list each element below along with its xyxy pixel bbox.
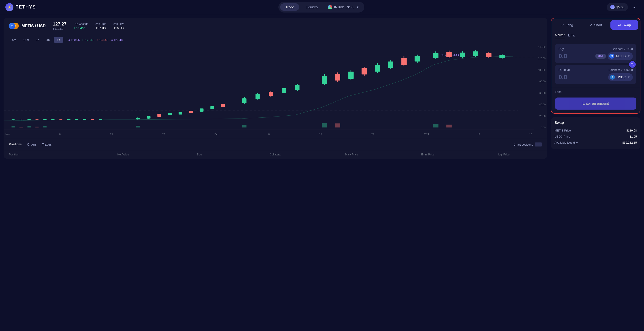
enter-amount-button[interactable]: Enter an amount <box>555 97 636 110</box>
logo-icon: ⚡ <box>5 3 14 11</box>
svg-rect-19 <box>59 119 62 120</box>
th-collateral: Collateral <box>238 153 314 156</box>
balance-icon <box>610 5 615 9</box>
date-8-2: 8 <box>268 133 270 136</box>
pay-amount[interactable]: 0.0 <box>558 52 567 60</box>
receive-token-name: USDC <box>617 75 626 79</box>
tab-orders[interactable]: Orders <box>27 142 37 147</box>
trade-type-bar: ↗ Long ↙ Short ⇄ Swap <box>551 18 640 31</box>
more-menu-button[interactable]: ⋯ <box>630 3 639 11</box>
nav-trade-button[interactable]: Trade <box>280 3 300 11</box>
svg-rect-79 <box>136 126 140 127</box>
swap-info-title: Swap <box>554 121 637 125</box>
timeframe-bar: 5m 15m 1h 4h 1d O 120.06 H 123.48 L 123.… <box>4 34 547 45</box>
date-22-1: 22 <box>162 133 165 136</box>
pay-max-button[interactable]: MAX <box>596 54 606 59</box>
tf-1d[interactable]: 1d <box>54 37 63 43</box>
price-sub: $119.68 <box>53 27 66 30</box>
date-15-2: 15 <box>319 133 322 136</box>
order-type-bar: Market Limit <box>551 31 640 41</box>
tab-positions[interactable]: Positions <box>9 142 22 147</box>
wallet-icon <box>328 5 332 9</box>
tf-5m[interactable]: 5m <box>9 37 19 43</box>
price-main: 127.27 <box>53 21 66 27</box>
pay-balance: Balance: 7.1400 <box>612 47 633 50</box>
ohlc-info: O 120.06 H 123.48 L 123.48 C 123.48 <box>68 38 122 42</box>
pay-token-row: MAX M METIS ▼ <box>596 52 633 60</box>
metis-price-label: METIS Price <box>554 129 571 132</box>
receive-label-row: Receive Balance: 714.0000 <box>558 68 633 71</box>
market-button[interactable]: Market <box>555 32 564 38</box>
svg-rect-18 <box>51 119 54 120</box>
pair-info: M $ METIS / USD <box>9 23 46 29</box>
svg-rect-36 <box>221 104 225 107</box>
svg-rect-31 <box>168 113 172 115</box>
usdc-token-icon: $ <box>610 75 615 80</box>
trade-panel: ↗ Long ↙ Short ⇄ Swap Market Limit <box>551 18 640 114</box>
short-label: Short <box>594 23 602 27</box>
svg-rect-17 <box>44 119 46 120</box>
change-label: 24h Change <box>74 22 88 25</box>
price-label-40: 40.00 <box>534 103 547 106</box>
svg-rect-21 <box>75 119 78 120</box>
receive-input-row: 0.0 $ USDC ▼ <box>558 73 633 81</box>
pay-token-name: METIS <box>616 54 626 58</box>
tab-trades[interactable]: Trades <box>42 142 52 147</box>
change-value: +6.94% <box>74 26 88 30</box>
chart-positions-label: Chart positions <box>514 143 533 146</box>
usdc-price-value: $1.05 <box>630 135 637 138</box>
svg-rect-80 <box>242 125 246 127</box>
short-button[interactable]: ↙ Short <box>582 20 610 30</box>
pay-balance-label: Balance: <box>612 47 623 50</box>
pay-token-chevron-icon: ▼ <box>628 54 630 58</box>
metis-price-row: METIS Price $119.68 <box>554 127 637 133</box>
date-8-3: 8 <box>478 133 480 136</box>
wallet-chevron-icon: ▼ <box>356 5 359 9</box>
date-22-2: 22 <box>372 133 374 136</box>
main-content: M $ METIS / USD 127.27 $119.68 24h Chang… <box>0 14 644 162</box>
low-label: 24h Low <box>114 22 124 25</box>
chart-positions-toggle[interactable]: Chart positions <box>514 142 542 146</box>
receive-token-selector[interactable]: $ USDC ▼ <box>608 73 633 81</box>
pay-token-selector[interactable]: M METIS ▼ <box>608 52 633 60</box>
price-label-60: 60.00 <box>534 92 547 94</box>
receive-balance: Balance: 714.0000 <box>609 68 633 71</box>
price-label-80: 80.00 <box>534 80 547 83</box>
liquidity-row: Available Liquidity $59,232.85 <box>554 140 637 146</box>
limit-button[interactable]: Limit <box>568 32 575 38</box>
pair-icons: M $ <box>9 23 19 29</box>
date-nov: Nov <box>5 133 10 136</box>
wallet-address: 0x26d4...9eFE <box>334 5 354 9</box>
change-stat: 24h Change +6.94% <box>74 22 88 30</box>
bottom-tabs: Positions Orders Trades Chart positions <box>4 139 547 150</box>
tf-1h[interactable]: 1h <box>33 37 42 43</box>
svg-rect-15 <box>28 119 31 120</box>
long-icon: ↗ <box>561 23 564 27</box>
tf-4h[interactable]: 4h <box>44 37 53 43</box>
pay-input-row: 0.0 MAX M METIS ▼ <box>558 52 633 60</box>
svg-rect-32 <box>178 112 182 114</box>
price-chart: 123.48 <box>4 45 534 130</box>
date-15-1: 15 <box>110 133 113 136</box>
th-entry-price: Entry Price <box>390 153 466 156</box>
high-label: 24h High <box>96 22 106 25</box>
date-dec: Dec <box>214 133 219 136</box>
ohlc-o: O 120.06 <box>68 38 80 42</box>
tf-15m[interactable]: 15m <box>20 37 32 43</box>
wallet-badge[interactable]: 0x26d4...9eFE ▼ <box>324 3 362 11</box>
svg-rect-82 <box>335 123 340 127</box>
svg-rect-16 <box>35 119 38 120</box>
svg-rect-77 <box>35 127 38 127</box>
swap-direction-button[interactable]: ⇅ <box>628 60 636 68</box>
long-button[interactable]: ↗ Long <box>553 20 581 30</box>
svg-rect-74 <box>12 126 15 127</box>
fees-value: - <box>636 90 636 93</box>
svg-rect-33 <box>189 111 193 113</box>
nav-liquidity-button[interactable]: Liquidity <box>300 3 323 11</box>
chart-positions-toggle-box[interactable] <box>535 142 542 146</box>
date-15-3: 15 <box>530 133 532 136</box>
low-value: 115.03 <box>114 26 124 30</box>
high-value: 127.08 <box>96 26 106 30</box>
date-8-1: 8 <box>59 133 61 136</box>
swap-button[interactable]: ⇄ Swap <box>610 20 638 30</box>
